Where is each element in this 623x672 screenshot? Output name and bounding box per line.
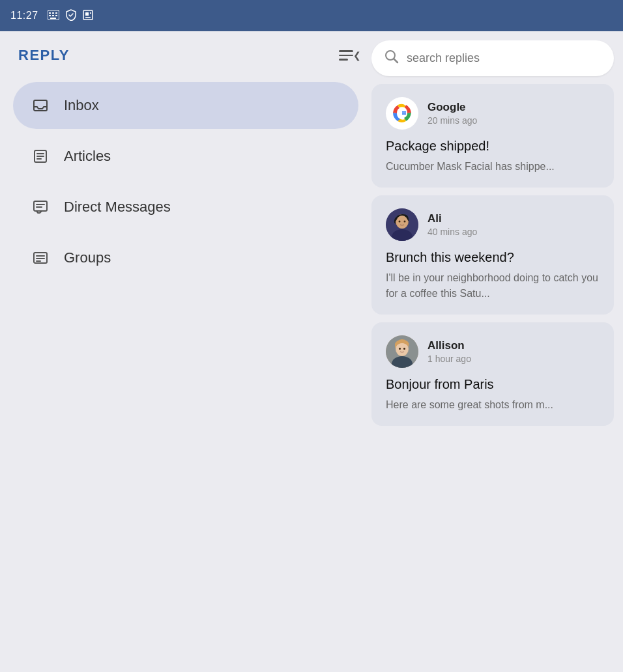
sidebar-item-inbox[interactable]: Inbox bbox=[13, 82, 358, 129]
message-subject-allison: Bonjour from Paris bbox=[386, 377, 600, 392]
menu-bar-3 bbox=[339, 59, 348, 61]
direct-messages-label: Direct Messages bbox=[64, 199, 171, 216]
sender-name-ali: Ali bbox=[427, 212, 477, 225]
card-header-allison: Allison 1 hour ago bbox=[386, 335, 600, 368]
sender-info-allison: Allison 1 hour ago bbox=[427, 339, 471, 364]
sidebar-item-groups[interactable]: Groups bbox=[13, 234, 358, 281]
sender-time-google: 20 mins ago bbox=[427, 115, 477, 126]
main-layout: REPLY Inbox bbox=[0, 31, 623, 672]
message-card-allison[interactable]: Allison 1 hour ago Bonjour from Paris He… bbox=[371, 322, 614, 426]
status-icons bbox=[48, 9, 93, 23]
svg-point-31 bbox=[399, 221, 401, 223]
sender-time-allison: 1 hour ago bbox=[427, 354, 471, 364]
search-icon bbox=[384, 49, 399, 67]
message-preview-ali: I'll be in your neighborhood doing to ca… bbox=[386, 270, 600, 301]
sender-time-ali: 40 mins ago bbox=[427, 227, 477, 237]
svg-rect-7 bbox=[50, 18, 56, 19]
svg-rect-11 bbox=[85, 17, 91, 18]
app-title: REPLY bbox=[18, 47, 70, 64]
sender-info-google: Google 20 mins ago bbox=[427, 101, 477, 126]
articles-icon bbox=[29, 145, 52, 168]
svg-rect-9 bbox=[85, 12, 89, 16]
message-card-google[interactable]: Google 20 mins ago Package shipped! Cucu… bbox=[371, 84, 614, 188]
svg-rect-5 bbox=[52, 15, 54, 16]
message-subject-google: Package shipped! bbox=[386, 139, 600, 154]
svg-point-37 bbox=[399, 348, 401, 350]
svg-rect-10 bbox=[90, 12, 91, 14]
status-bar: 11:27 bbox=[0, 0, 623, 31]
inbox-icon bbox=[29, 94, 52, 117]
inbox-label: Inbox bbox=[64, 97, 99, 114]
sidebar-item-articles[interactable]: Articles bbox=[13, 133, 358, 180]
avatar-allison bbox=[386, 335, 418, 368]
svg-rect-3 bbox=[55, 12, 57, 14]
card-header-ali: Ali 40 mins ago bbox=[386, 208, 600, 241]
groups-icon bbox=[29, 246, 52, 270]
message-card-ali[interactable]: Ali 40 mins ago Brunch this weekend? I'l… bbox=[371, 195, 614, 315]
sidebar-item-direct-messages[interactable]: Direct Messages bbox=[13, 184, 358, 231]
sender-name-google: Google bbox=[427, 101, 477, 114]
groups-label: Groups bbox=[64, 249, 111, 266]
avatar-ali bbox=[386, 208, 418, 241]
svg-point-32 bbox=[404, 221, 406, 223]
menu-toggle-button[interactable] bbox=[339, 50, 353, 61]
search-bar[interactable] bbox=[371, 40, 614, 76]
svg-point-30 bbox=[396, 216, 408, 229]
search-input[interactable] bbox=[407, 51, 601, 65]
svg-rect-6 bbox=[55, 15, 57, 16]
svg-rect-17 bbox=[34, 201, 47, 211]
status-time: 11:27 bbox=[10, 10, 38, 21]
menu-bar-2 bbox=[339, 55, 353, 57]
direct-messages-icon bbox=[29, 195, 52, 219]
sidebar-header: REPLY bbox=[13, 47, 358, 64]
sender-info-ali: Ali 40 mins ago bbox=[427, 212, 477, 237]
sidebar: REPLY Inbox bbox=[0, 31, 371, 672]
svg-rect-1 bbox=[49, 12, 51, 14]
svg-rect-2 bbox=[52, 12, 54, 14]
articles-label: Articles bbox=[64, 148, 111, 165]
shield-icon bbox=[66, 9, 76, 23]
message-preview-allison: Here are some great shots from m... bbox=[386, 397, 600, 413]
card-header-google: Google 20 mins ago bbox=[386, 97, 600, 130]
right-panel: Google 20 mins ago Package shipped! Cucu… bbox=[371, 31, 623, 672]
menu-bar-1 bbox=[339, 50, 353, 52]
svg-point-38 bbox=[403, 348, 405, 350]
message-subject-ali: Brunch this weekend? bbox=[386, 250, 600, 265]
svg-point-36 bbox=[396, 343, 408, 356]
keyboard-icon bbox=[48, 10, 59, 21]
svg-line-25 bbox=[394, 59, 398, 63]
sender-name-allison: Allison bbox=[427, 339, 471, 352]
svg-rect-4 bbox=[49, 15, 51, 16]
message-preview-google: Cucumber Mask Facial has shippe... bbox=[386, 159, 600, 175]
avatar-google bbox=[386, 97, 418, 130]
storage-icon bbox=[83, 10, 93, 22]
